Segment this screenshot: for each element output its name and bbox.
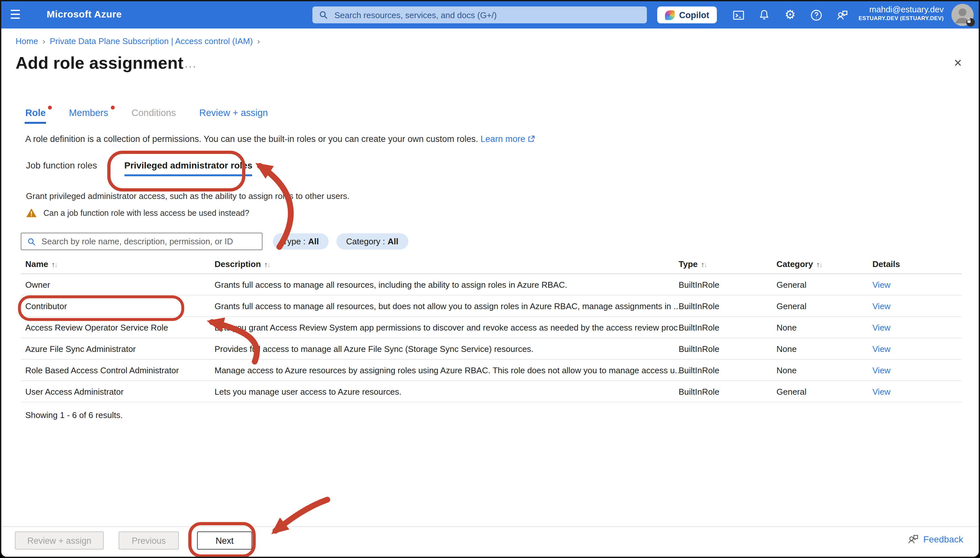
close-icon[interactable]: × — [954, 56, 962, 69]
column-header-description[interactable]: Description↑↓ — [215, 259, 679, 269]
sort-arrows-icon: ↑↓ — [264, 261, 270, 268]
role-name: Azure File Sync Administrator — [21, 344, 215, 353]
table-row[interactable]: Role Based Access Control Administrator … — [21, 360, 962, 381]
review-assign-button[interactable]: Review + assign — [15, 532, 104, 550]
user-email: mahdi@estuary.dev — [859, 5, 944, 15]
breadcrumb-home-link[interactable]: Home — [16, 36, 38, 46]
role-category: None — [776, 344, 872, 353]
category-filter[interactable]: Category :All — [337, 233, 408, 249]
chevron-right-icon: › — [43, 37, 45, 46]
help-icon[interactable] — [807, 6, 825, 24]
search-icon — [319, 10, 328, 20]
feedback-person-icon — [907, 533, 919, 545]
brand-title: Microsoft Azure — [47, 8, 122, 20]
breadcrumb-parent-link[interactable]: Private Data Plane Subscription | Access… — [49, 36, 253, 46]
user-tenant: ESTUARY.DEV (ESTUARY.DEV) — [859, 15, 944, 22]
role-description: Lets you manage user access to Azure res… — [215, 387, 679, 396]
column-header-name[interactable]: Name↑↓ — [21, 259, 215, 269]
table-row[interactable]: Access Review Operator Service Role Lets… — [21, 317, 962, 338]
roles-table: Name↑↓ Description↑↓ Type↑↓ Category↑↓ D… — [21, 255, 962, 402]
results-count: Showing 1 - 6 of 6 results. — [25, 410, 123, 420]
unsaved-dot — [48, 106, 52, 110]
view-details-link[interactable]: View — [872, 280, 891, 289]
copilot-button[interactable]: Copilot — [657, 7, 717, 23]
role-search-input[interactable] — [40, 236, 256, 247]
tab-conditions[interactable]: Conditions — [131, 108, 176, 124]
previous-button[interactable]: Previous — [118, 532, 179, 550]
feedback-link[interactable]: Feedback — [907, 533, 963, 545]
role-type: BuiltInRole — [679, 280, 776, 289]
view-details-link[interactable]: View — [872, 387, 891, 396]
type-filter[interactable]: Type :All — [273, 233, 328, 249]
role-name: Contributor — [21, 301, 215, 311]
role-intro-text: A role definition is a collection of per… — [25, 134, 535, 144]
table-header: Name↑↓ Description↑↓ Type↑↓ Category↑↓ D… — [21, 255, 962, 274]
tab-privileged-administrator-roles[interactable]: Privileged administrator roles — [124, 160, 252, 176]
account-info[interactable]: mahdi@estuary.dev ESTUARY.DEV (ESTUARY.D… — [859, 5, 944, 22]
global-search[interactable] — [312, 7, 647, 23]
view-details-link[interactable]: View — [872, 322, 891, 332]
wizard-tabs: Role Members Conditions Review + assign — [25, 108, 268, 124]
sort-arrows-icon: ↑↓ — [51, 261, 57, 268]
role-name: Access Review Operator Service Role — [21, 322, 215, 332]
lock-icon — [966, 18, 975, 26]
role-description: Lets you grant Access Review System app … — [215, 322, 679, 332]
role-category: None — [776, 365, 872, 375]
table-row[interactable]: Azure File Sync Administrator Provides f… — [21, 338, 962, 360]
view-details-link[interactable]: View — [872, 365, 891, 375]
learn-more-link[interactable]: Learn more — [481, 134, 535, 144]
next-button[interactable]: Next — [197, 532, 252, 550]
role-type: BuiltInRole — [679, 344, 776, 353]
role-search[interactable] — [21, 233, 263, 250]
chevron-right-icon: › — [257, 37, 260, 46]
avatar[interactable] — [952, 4, 973, 26]
global-search-input[interactable] — [333, 10, 640, 20]
table-row[interactable]: User Access Administrator Lets you manag… — [21, 381, 962, 402]
sort-arrows-icon: ↑↓ — [816, 261, 822, 268]
hamburger-menu-icon[interactable]: ☰ — [10, 6, 21, 24]
role-description: Manage access to Azure resources by assi… — [215, 365, 679, 375]
role-type-tabs: Job function roles Privileged administra… — [26, 160, 253, 176]
cloud-shell-icon[interactable] — [729, 6, 747, 24]
tab-review-assign[interactable]: Review + assign — [199, 108, 268, 124]
warning-text: Can a job function role with less access… — [43, 208, 249, 217]
tab-role[interactable]: Role — [25, 108, 46, 124]
role-name: User Access Administrator — [21, 387, 215, 396]
azure-portal-window: ☰ Microsoft Azure Copilot ⚙ mahdi@estuar… — [0, 0, 980, 558]
role-category: General — [776, 280, 872, 289]
role-description: Provides full access to manage all Azure… — [215, 344, 679, 353]
grant-description: Grant privileged administrator access, s… — [26, 191, 350, 201]
warning-banner: Can a job function role with less access… — [26, 208, 249, 218]
unsaved-dot — [111, 106, 115, 110]
role-type: BuiltInRole — [679, 365, 776, 375]
copilot-icon — [665, 10, 675, 20]
column-header-type[interactable]: Type↑↓ — [679, 259, 776, 269]
view-details-link[interactable]: View — [872, 301, 891, 311]
feedback-person-icon[interactable] — [833, 6, 851, 24]
sort-arrows-icon: ↑↓ — [701, 261, 707, 268]
tab-job-function-roles[interactable]: Job function roles — [26, 160, 97, 176]
role-name: Role Based Access Control Administrator — [21, 365, 215, 375]
tab-members[interactable]: Members — [69, 108, 108, 124]
role-type: BuiltInRole — [679, 387, 776, 396]
role-description: Grants full access to manage all resourc… — [215, 301, 679, 311]
role-type: BuiltInRole — [679, 322, 776, 332]
context-menu-button[interactable]: ··· — [185, 61, 197, 71]
copilot-label: Copilot — [679, 10, 709, 20]
role-category: General — [776, 387, 872, 396]
role-category: None — [776, 322, 872, 332]
breadcrumb: Home › Private Data Plane Subscription |… — [16, 36, 260, 46]
table-row[interactable]: Contributor Grants full access to manage… — [21, 295, 962, 317]
notifications-bell-icon[interactable] — [755, 6, 773, 24]
view-details-link[interactable]: View — [872, 344, 891, 353]
column-header-category[interactable]: Category↑↓ — [776, 259, 872, 269]
filter-pills: Type :All Category :All — [273, 233, 408, 249]
role-category: General — [776, 301, 872, 311]
active-tab-underline — [25, 122, 46, 124]
role-name: Owner — [21, 280, 215, 289]
settings-gear-icon[interactable]: ⚙ — [781, 6, 799, 24]
search-icon — [27, 237, 36, 246]
role-description: Grants full access to manage all resourc… — [215, 280, 679, 289]
external-link-icon — [528, 135, 535, 143]
table-row[interactable]: Owner Grants full access to manage all r… — [21, 274, 962, 295]
